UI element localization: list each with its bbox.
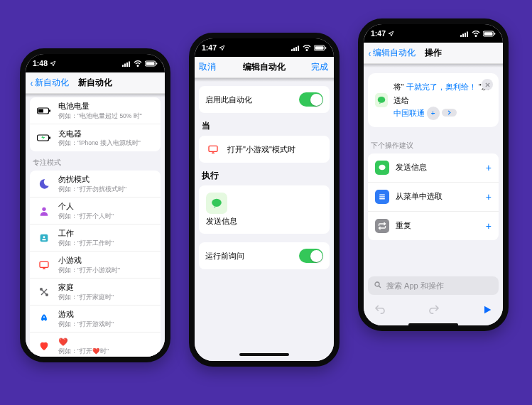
svg-rect-29 xyxy=(209,146,217,151)
chevron-left-icon: ‹ xyxy=(31,77,33,88)
charger-icon xyxy=(36,130,52,146)
focus-work[interactable]: 工作 例如："打开工作时" xyxy=(30,225,161,252)
search-icon xyxy=(374,281,382,291)
action-card-send-message[interactable]: 将" 干就完了，奥利给！ "发送给 中国联通 + xyxy=(368,73,499,127)
home-indicator[interactable] xyxy=(408,323,458,326)
svg-point-40 xyxy=(379,165,386,171)
suggestion-choose-from-menu[interactable]: 从菜单中选取 + xyxy=(368,183,499,212)
location-icon xyxy=(388,31,394,37)
run-button[interactable] xyxy=(482,304,493,317)
chevron-left-icon: ‹ xyxy=(369,48,371,58)
switch-icon[interactable] xyxy=(299,249,323,263)
status-bar: 1:48 xyxy=(26,54,165,72)
svg-point-44 xyxy=(375,282,379,286)
svg-rect-24 xyxy=(298,45,299,51)
svg-point-18 xyxy=(40,288,43,290)
remove-action-button[interactable] xyxy=(482,79,493,90)
focus-dnd[interactable]: 勿扰模式 例如："打开勿扰模式时" xyxy=(30,171,161,198)
toggle-ask-before-run[interactable]: 运行前询问 xyxy=(199,242,330,269)
battery-level-icon xyxy=(36,103,52,119)
wifi-icon xyxy=(472,31,480,37)
svg-point-35 xyxy=(475,35,477,36)
back-button[interactable]: ‹ 编辑自动化 xyxy=(368,43,416,63)
rocket-icon xyxy=(36,311,52,327)
svg-rect-17 xyxy=(40,261,48,267)
focus-game[interactable]: 游戏 例如："打开游戏时" xyxy=(30,306,161,333)
svg-rect-7 xyxy=(156,63,158,65)
page-title: 操作 xyxy=(425,47,442,59)
undo-button[interactable] xyxy=(374,303,386,318)
trigger-charger[interactable]: 充电器 例如："iPhone 接入电源线时" xyxy=(30,124,161,151)
nav-bar: 取消 编辑自动化 完成 xyxy=(195,57,334,78)
svg-point-39 xyxy=(378,97,386,103)
suggestion-send-message[interactable]: 发送信息 + xyxy=(368,153,499,183)
plus-icon: + xyxy=(486,192,492,202)
search-placeholder: 搜索 App 和操作 xyxy=(386,281,444,291)
action-send-message[interactable]: 发送信息 xyxy=(199,185,330,234)
expand-chip[interactable] xyxy=(442,109,457,117)
svg-rect-12 xyxy=(49,136,50,139)
svg-point-19 xyxy=(46,293,48,296)
switch-icon[interactable] xyxy=(299,92,323,107)
battery-icon xyxy=(314,45,327,51)
search-input[interactable]: 搜索 App 和操作 xyxy=(368,276,499,295)
message-text-param[interactable]: 干就完了，奥利给！ xyxy=(406,82,477,91)
focus-home[interactable]: 家庭 例如："打开家庭时" xyxy=(30,279,161,306)
nav-bar: ‹ 新自动化 新自动化 xyxy=(26,72,165,94)
repeat-icon xyxy=(375,219,389,233)
messages-app-icon xyxy=(375,93,388,107)
svg-rect-42 xyxy=(379,197,385,198)
trigger-battery[interactable]: 电池电量 例如："电池电量超过 50% 时" xyxy=(30,97,161,124)
suggestions-header: 下个操作建议 xyxy=(364,134,503,153)
status-time: 1:48 xyxy=(33,59,48,68)
plus-icon: + xyxy=(486,163,492,173)
status-time: 1:47 xyxy=(371,29,386,38)
bottom-toolbar xyxy=(364,301,503,320)
nav-bar: ‹ 编辑自动化 操作 xyxy=(364,43,503,64)
messages-app-icon xyxy=(206,193,227,214)
wifi-icon xyxy=(303,45,311,51)
location-icon xyxy=(50,60,56,67)
done-button[interactable]: 完成 xyxy=(311,57,328,77)
svg-rect-9 xyxy=(38,109,43,112)
messages-app-icon xyxy=(375,161,389,175)
heading-run: 执行 xyxy=(195,163,334,185)
status-bar: 1:47 xyxy=(195,38,334,57)
focus-minigame[interactable]: 小游戏 例如："打开小游戏时" xyxy=(30,252,161,279)
section-header-focus: 专注模式 xyxy=(26,151,165,171)
cancel-button[interactable]: 取消 xyxy=(199,57,216,77)
svg-point-20 xyxy=(43,316,45,318)
svg-rect-32 xyxy=(462,33,464,37)
focus-person[interactable]: 个人 例如："打开个人时" xyxy=(30,198,161,225)
home-indicator[interactable] xyxy=(239,353,289,356)
svg-rect-16 xyxy=(42,239,45,240)
svg-rect-1 xyxy=(124,63,126,67)
scroll-content[interactable]: 将" 干就完了，奥利给！ "发送给 中国联通 + 下个操作建议 发送信息 + xyxy=(364,68,503,329)
suggestion-repeat[interactable]: 重复 + xyxy=(368,212,499,240)
back-label: 新自动化 xyxy=(35,77,69,88)
svg-rect-27 xyxy=(315,46,324,49)
location-icon xyxy=(219,45,225,51)
svg-rect-37 xyxy=(484,32,493,35)
svg-rect-3 xyxy=(129,61,130,67)
scroll-content[interactable]: 启用此自动化 当 打开"小游戏"模式时 执行 发送信息 运行前询问 xyxy=(195,82,334,364)
tools-icon xyxy=(36,284,52,300)
menu-icon xyxy=(375,190,389,204)
scroll-content[interactable]: 电池电量 例如："电池电量超过 50% 时" 充电器 例如："iPhone 接入… xyxy=(26,97,165,360)
svg-rect-10 xyxy=(49,109,50,112)
heading-when: 当 xyxy=(195,113,334,136)
action-label: 发送信息 xyxy=(206,216,322,227)
when-condition[interactable]: 打开"小游戏"模式时 xyxy=(199,136,330,163)
wifi-icon xyxy=(134,60,142,67)
svg-point-30 xyxy=(212,199,222,207)
redo-button[interactable] xyxy=(428,303,440,318)
focus-heart[interactable]: ❤️ 例如："打开❤️时" xyxy=(30,333,161,360)
toggle-enable[interactable]: 启用此自动化 xyxy=(199,86,330,113)
back-button[interactable]: ‹ 新自动化 xyxy=(30,72,69,93)
phone-new-automation: 1:48 ‹ 新自动化 新自动化 xyxy=(20,48,170,362)
svg-point-13 xyxy=(42,207,45,210)
recipient-param[interactable]: 中国联通 xyxy=(393,109,425,117)
action-description: 将" 干就完了，奥利给！ "发送给 中国联通 + xyxy=(393,80,492,120)
battery-icon xyxy=(145,60,158,67)
add-recipient-chip[interactable]: + xyxy=(427,107,440,120)
